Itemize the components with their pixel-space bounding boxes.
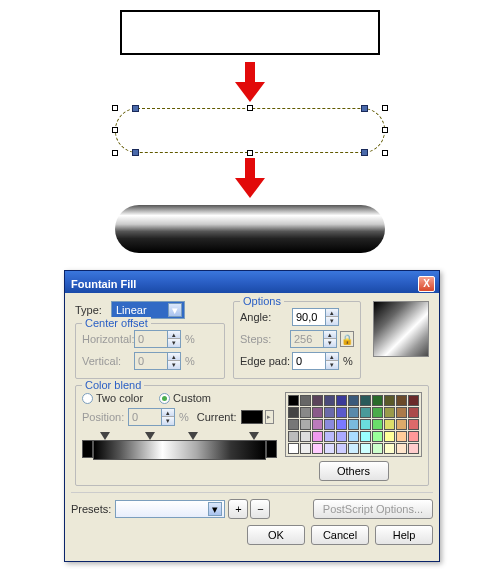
edgepad-spin-buttons[interactable]: ▴▾ bbox=[326, 352, 339, 370]
step-1-rectangle bbox=[120, 10, 380, 55]
palette-swatch[interactable] bbox=[348, 443, 359, 454]
dialog-title: Fountain Fill bbox=[71, 278, 136, 290]
gradient-stop[interactable] bbox=[145, 432, 155, 440]
end-color-swatch[interactable] bbox=[266, 440, 277, 458]
arrow-down-icon bbox=[235, 62, 265, 102]
palette-swatch[interactable] bbox=[312, 443, 323, 454]
palette-swatch[interactable] bbox=[324, 407, 335, 418]
preset-remove-button[interactable]: − bbox=[250, 499, 270, 519]
cancel-button[interactable]: Cancel bbox=[311, 525, 369, 545]
gradient-stop[interactable] bbox=[249, 432, 259, 440]
palette-swatch[interactable] bbox=[336, 431, 347, 442]
palette-swatch[interactable] bbox=[384, 443, 395, 454]
angle-spin-buttons[interactable]: ▴▾ bbox=[326, 308, 339, 326]
presets-select[interactable]: ▾ bbox=[115, 500, 225, 518]
palette-swatch[interactable] bbox=[408, 431, 419, 442]
vertical-input bbox=[134, 352, 168, 370]
options-group: Options Angle: ▴▾ Steps: ▴▾ bbox=[233, 301, 361, 379]
palette-swatch[interactable] bbox=[300, 395, 311, 406]
palette-swatch[interactable] bbox=[288, 443, 299, 454]
palette-swatch[interactable] bbox=[372, 407, 383, 418]
palette-swatch[interactable] bbox=[408, 395, 419, 406]
step-3-glossy-pill bbox=[115, 205, 385, 253]
palette-swatch[interactable] bbox=[396, 407, 407, 418]
palette-swatch[interactable] bbox=[288, 431, 299, 442]
palette-swatch[interactable] bbox=[288, 407, 299, 418]
palette-swatch[interactable] bbox=[300, 407, 311, 418]
palette-swatch[interactable] bbox=[336, 443, 347, 454]
palette-swatch[interactable] bbox=[360, 407, 371, 418]
gradient-stop[interactable] bbox=[100, 432, 110, 440]
palette-swatch[interactable] bbox=[360, 395, 371, 406]
palette-swatch[interactable] bbox=[348, 419, 359, 430]
two-color-label: Two color bbox=[96, 392, 143, 404]
palette-swatch[interactable] bbox=[312, 395, 323, 406]
palette-swatch[interactable] bbox=[348, 395, 359, 406]
palette-swatch[interactable] bbox=[360, 443, 371, 454]
palette-swatch[interactable] bbox=[372, 395, 383, 406]
edgepad-spinner[interactable]: ▴▾ bbox=[292, 352, 339, 370]
close-button[interactable]: X bbox=[418, 276, 435, 292]
palette-swatch[interactable] bbox=[384, 431, 395, 442]
palette-swatch[interactable] bbox=[396, 431, 407, 442]
gradient-ramp[interactable] bbox=[93, 440, 266, 460]
palette-swatch[interactable] bbox=[372, 443, 383, 454]
gradient-preview bbox=[373, 301, 429, 357]
angle-spinner[interactable]: ▴▾ bbox=[292, 308, 339, 326]
palette-swatch[interactable] bbox=[300, 443, 311, 454]
position-spinner: ▴▾ bbox=[128, 408, 175, 426]
palette-swatch[interactable] bbox=[336, 419, 347, 430]
palette-swatch[interactable] bbox=[372, 431, 383, 442]
palette-swatch[interactable] bbox=[336, 395, 347, 406]
others-button[interactable]: Others bbox=[319, 461, 389, 481]
start-color-swatch[interactable] bbox=[82, 440, 93, 458]
palette-swatch[interactable] bbox=[360, 419, 371, 430]
palette-swatch[interactable] bbox=[384, 395, 395, 406]
horizontal-input bbox=[134, 330, 168, 348]
position-label: Position: bbox=[82, 411, 128, 423]
chevron-down-icon[interactable]: ▾ bbox=[168, 303, 182, 317]
palette-swatch[interactable] bbox=[396, 419, 407, 430]
two-color-radio[interactable] bbox=[82, 393, 93, 404]
palette-swatch[interactable] bbox=[336, 407, 347, 418]
type-label: Type: bbox=[75, 304, 111, 316]
palette-swatch[interactable] bbox=[288, 419, 299, 430]
palette-swatch[interactable] bbox=[324, 443, 335, 454]
palette-swatch[interactable] bbox=[384, 419, 395, 430]
angle-input[interactable] bbox=[292, 308, 326, 326]
palette-swatch[interactable] bbox=[372, 419, 383, 430]
palette-swatch[interactable] bbox=[324, 431, 335, 442]
lock-icon[interactable]: 🔒 bbox=[340, 331, 354, 347]
custom-radio[interactable] bbox=[159, 393, 170, 404]
palette-swatch[interactable] bbox=[300, 431, 311, 442]
chevron-down-icon[interactable]: ▾ bbox=[208, 502, 222, 516]
presets-label: Presets: bbox=[71, 503, 111, 515]
palette-swatch[interactable] bbox=[348, 431, 359, 442]
flyout-icon[interactable]: ▸ bbox=[265, 410, 274, 424]
gradient-stop[interactable] bbox=[188, 432, 198, 440]
palette-swatch[interactable] bbox=[408, 407, 419, 418]
palette-swatch[interactable] bbox=[312, 431, 323, 442]
palette-swatch[interactable] bbox=[396, 443, 407, 454]
palette-swatch[interactable] bbox=[384, 407, 395, 418]
color-blend-group: Color blend Two color Custom Position: bbox=[75, 385, 429, 486]
palette-swatch[interactable] bbox=[288, 395, 299, 406]
palette-swatch[interactable] bbox=[348, 407, 359, 418]
palette-swatch[interactable] bbox=[324, 395, 335, 406]
current-color-swatch[interactable] bbox=[241, 410, 263, 424]
palette-swatch[interactable] bbox=[300, 419, 311, 430]
palette-swatch[interactable] bbox=[312, 407, 323, 418]
palette-swatch[interactable] bbox=[312, 419, 323, 430]
color-palette[interactable] bbox=[285, 392, 422, 457]
palette-swatch[interactable] bbox=[396, 395, 407, 406]
preset-add-button[interactable]: + bbox=[228, 499, 248, 519]
titlebar[interactable]: Fountain Fill X bbox=[65, 271, 439, 293]
center-offset-group: Center offset Horizontal: ▴▾ % Vertical: bbox=[75, 323, 225, 379]
palette-swatch[interactable] bbox=[408, 419, 419, 430]
palette-swatch[interactable] bbox=[408, 443, 419, 454]
palette-swatch[interactable] bbox=[360, 431, 371, 442]
help-button[interactable]: Help bbox=[375, 525, 433, 545]
palette-swatch[interactable] bbox=[324, 419, 335, 430]
ok-button[interactable]: OK bbox=[247, 525, 305, 545]
edgepad-input[interactable] bbox=[292, 352, 326, 370]
